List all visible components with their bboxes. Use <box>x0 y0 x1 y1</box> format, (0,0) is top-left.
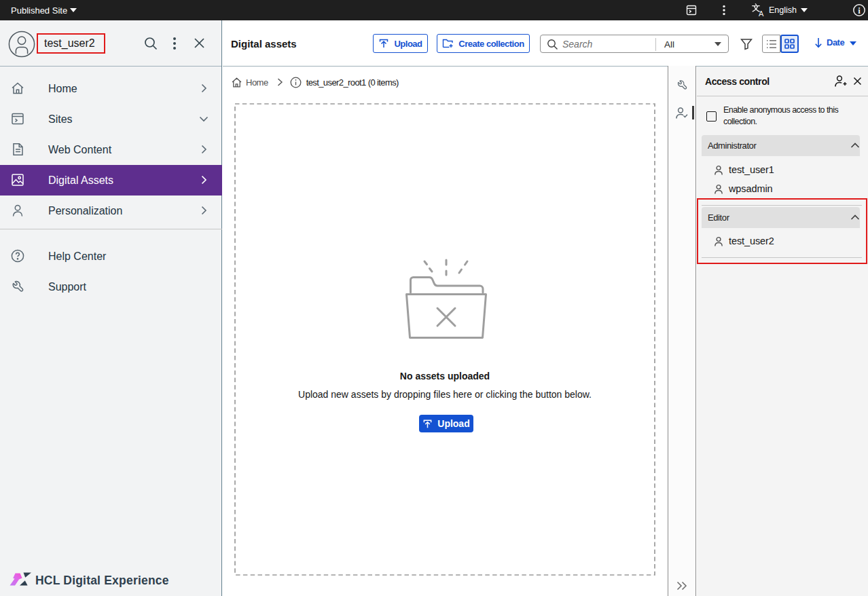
svg-text:HCL Digital Experience: HCL Digital Experience <box>35 574 169 587</box>
svg-text:A: A <box>759 10 764 17</box>
svg-text:i: i <box>858 5 861 16</box>
